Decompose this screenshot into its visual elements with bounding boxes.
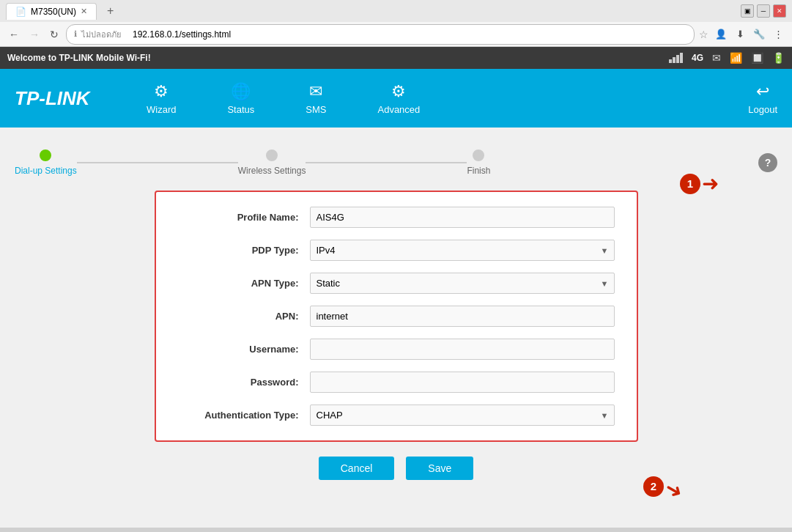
nav-advanced[interactable]: ⚙ Advanced [363,76,434,121]
annotation-2: 2 ➜ [643,470,682,502]
form-row-auth: Authentication Type: CHAP PAP None ▼ [178,404,615,426]
welcome-text: Welcome to TP-LINK Mobile Wi-Fi! [7,53,151,63]
form-row-apn: APN: [178,306,615,327]
auth-type-select-wrap: CHAP PAP None ▼ [310,404,615,426]
new-tab-btn[interactable]: + [103,3,118,19]
nav-status[interactable]: 🌐 Status [212,76,269,121]
wizard-steps: Dial-up Settings Wireless Settings Finis… [15,149,777,176]
forward-btn[interactable]: → [26,27,42,42]
window-controls: ▣ ─ ✕ [741,4,786,18]
win-restore-btn[interactable]: ▣ [741,4,754,18]
signal-icon [669,53,683,63]
system-bar: Welcome to TP-LINK Mobile Wi-Fi! 4G ✉ 📶 … [0,47,792,69]
menu-icon[interactable]: ⋮ [770,26,786,43]
apn-type-label: APN Type: [178,278,310,289]
sms-label: SMS [306,104,326,115]
bookmark-icon[interactable]: ☆ [699,29,708,40]
password-input[interactable] [310,372,615,393]
username-label: Username: [178,344,310,355]
tab-title: M7350(UN) [31,7,76,17]
wifi-icon: 📶 [730,52,742,64]
save-button[interactable]: Save [406,457,473,480]
nav-sms[interactable]: ✉ SMS [291,76,341,121]
annotation-circle-1: 1 [680,174,700,194]
tab-favicon: 📄 [15,7,26,17]
apn-input[interactable] [310,306,615,327]
tab-close-btn[interactable]: ✕ [81,7,87,16]
profile-name-input[interactable] [310,207,615,228]
step-circle-finish [473,149,484,161]
profile-icon[interactable]: 👤 [713,26,729,43]
wizard-label: Wizard [147,104,176,115]
logo-text: TP-LINK [15,87,90,109]
annotation-1: 1 ➜ [680,171,719,196]
auth-type-label: Authentication Type: [178,410,310,421]
form-container: Profile Name: PDP Type: IPv4 IPv6 IPv4/I… [155,191,638,442]
browser-tab[interactable]: 📄 M7350(UN) ✕ [6,3,97,20]
password-label: Password: [178,377,310,388]
security-icon: ℹ [74,29,77,39]
nav-bar: TP-LINK ⚙ Wizard 🌐 Status ✉ SMS ⚙ Advanc… [0,69,792,128]
address-bar: ← → ↻ ℹ ไม่ปลอดภัย ☆ 👤 ⬇ 🔧 ⋮ [0,22,792,47]
advanced-icon: ⚙ [391,82,406,101]
form-row-apn-type: APN Type: Static Dynamic ▼ [178,273,615,294]
action-area: Cancel Save 2 ➜ [15,457,777,480]
step-label-dialup: Dial-up Settings [15,166,77,176]
step-circle-wireless [266,149,278,161]
sim-icon: 🔲 [751,52,763,64]
form-row-pdp: PDP Type: IPv4 IPv6 IPv4/IPv6 ▼ [178,240,615,261]
arrow-1: ➜ [702,171,719,196]
profile-name-label: Profile Name: [178,212,310,223]
win-minimize-btn[interactable]: ─ [757,4,770,18]
form-row-username: Username: [178,339,615,360]
logo: TP-LINK [15,87,103,110]
step-finish: Finish [467,149,490,176]
status-icon: 🌐 [231,82,251,101]
step-label-wireless: Wireless Settings [238,166,306,176]
title-bar: 📄 M7350(UN) ✕ + ▣ ─ ✕ [0,0,792,22]
mail-icon: ✉ [712,52,721,64]
nav-wizard[interactable]: ⚙ Wizard [132,76,190,121]
pdp-type-select-wrap: IPv4 IPv6 IPv4/IPv6 ▼ [310,240,615,261]
browser-chrome: 📄 M7350(UN) ✕ + ▣ ─ ✕ ← → ↻ ℹ ไม่ปลอดภัย… [0,0,792,47]
system-icons: 4G ✉ 📶 🔲 🔋 [669,52,785,64]
wizard-icon: ⚙ [154,82,169,101]
apn-type-select-wrap: Static Dynamic ▼ [310,273,615,294]
status-label: Status [227,104,254,115]
network-type: 4G [692,53,703,63]
step-label-finish: Finish [467,166,490,176]
annotation-circle-2: 2 [643,476,664,497]
download-icon[interactable]: ⬇ [732,26,748,43]
step-line-1 [77,162,238,163]
apn-label: APN: [178,311,310,322]
step-line-2 [306,162,467,163]
logout-label: Logout [748,104,777,115]
form-row-profile: Profile Name: [178,207,615,228]
pdp-type-label: PDP Type: [178,245,310,256]
pdp-type-select[interactable]: IPv4 IPv6 IPv4/IPv6 [310,240,615,261]
address-input[interactable] [125,27,686,42]
logout-btn[interactable]: ↩ Logout [748,82,777,115]
browser-toolbar: 👤 ⬇ 🔧 ⋮ [713,26,786,43]
step-circle-dialup [40,149,51,161]
help-btn[interactable]: ? [758,153,777,172]
win-close-btn[interactable]: ✕ [773,4,786,18]
extensions-icon[interactable]: 🔧 [751,26,767,43]
step-wireless: Wireless Settings [238,149,306,176]
form-row-password: Password: [178,372,615,393]
cancel-button[interactable]: Cancel [319,457,395,480]
back-btn[interactable]: ← [6,27,22,42]
content-area: Dial-up Settings Wireless Settings Finis… [0,128,792,528]
reload-btn[interactable]: ↻ [47,27,62,42]
logout-icon: ↩ [756,82,769,101]
sms-icon: ✉ [309,82,322,101]
battery-icon: 🔋 [772,52,785,64]
nav-items: ⚙ Wizard 🌐 Status ✉ SMS ⚙ Advanced [132,76,748,121]
step-dialup: Dial-up Settings [15,149,77,176]
apn-type-select[interactable]: Static Dynamic [310,273,615,294]
security-label: ไม่ปลอดภัย [81,28,121,41]
username-input[interactable] [310,339,615,360]
auth-type-select[interactable]: CHAP PAP None [310,404,615,426]
advanced-label: Advanced [377,104,420,115]
